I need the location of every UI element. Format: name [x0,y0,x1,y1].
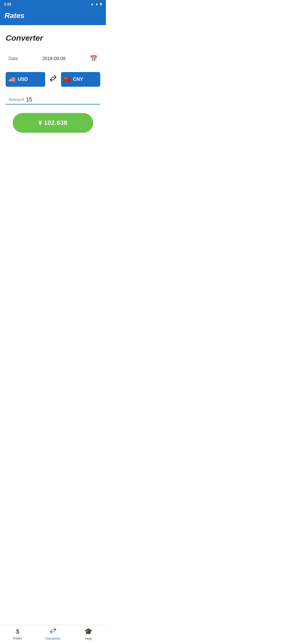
from-currency-code: USD [18,77,28,82]
currency-row: 🇺🇸 USD 🇨🇳 CNY [6,72,100,87]
date-label: Date [8,56,18,61]
result-button[interactable]: ¥ 102.638 [13,113,93,133]
converter-title: Converter [6,34,100,43]
status-time: 1:22 [4,2,11,6]
status-bar: 1:22 ▲ ▲ ▮ [0,0,106,8]
to-currency-code: CNY [73,77,83,82]
wifi-icon: ▲ [90,2,94,6]
date-row: Date 2018-09-08 📅 [6,51,100,66]
to-currency-flag: 🇨🇳 [64,76,71,83]
amount-label: Amount [8,97,26,102]
amount-row: Amount [6,93,100,105]
status-icons: ▲ ▲ ▮ [90,2,102,6]
swap-icon [49,75,57,82]
from-currency-button[interactable]: 🇺🇸 USD [6,72,45,87]
swap-button[interactable] [48,73,58,85]
app-bar: Rates [0,8,106,25]
signal-icon: ▲ [95,2,99,6]
date-value: 2018-09-08 [18,56,90,61]
amount-input[interactable] [26,96,97,103]
main-content: Converter Date 2018-09-08 📅 🇺🇸 USD 🇨🇳 CN… [0,25,106,161]
calendar-icon[interactable]: 📅 [90,55,97,62]
from-currency-flag: 🇺🇸 [8,76,16,83]
battery-icon: ▮ [100,2,102,6]
app-bar-title: Rates [5,11,101,20]
to-currency-button[interactable]: 🇨🇳 CNY [61,72,101,87]
